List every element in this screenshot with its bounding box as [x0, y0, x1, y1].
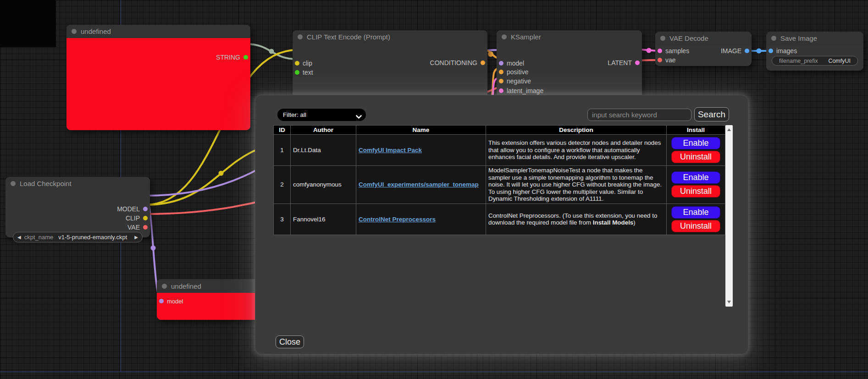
input-slot-text: text: [295, 68, 313, 77]
slot-dot[interactable]: [658, 49, 662, 53]
slot-dot[interactable]: [143, 216, 148, 220]
cell-name: ComfyUI_experiments/sampler_tonemap: [356, 166, 486, 204]
cell-install: Enable Uninstall: [667, 203, 725, 235]
filename-prefix-widget[interactable]: filename_prefix ComfyUI: [772, 56, 858, 66]
uninstall-button[interactable]: Uninstall: [671, 185, 720, 198]
uninstall-button[interactable]: Uninstall: [671, 220, 720, 232]
cell-author: Dr.Lt.Data: [291, 135, 356, 166]
slot-label: VAE: [127, 224, 140, 231]
slot-dot[interactable]: [481, 60, 485, 65]
scrollbar[interactable]: [725, 125, 733, 307]
search-input[interactable]: [587, 109, 691, 121]
extension-link[interactable]: ComfyUI_experiments/sampler_tonemap: [359, 181, 479, 188]
collapse-dot-icon[interactable]: [298, 34, 303, 39]
collapse-dot-icon[interactable]: [162, 284, 167, 289]
search-button[interactable]: Search: [694, 107, 729, 121]
widget-value: ComfyUI: [828, 58, 851, 64]
output-slot-conditioning: CONDITIONING: [430, 59, 485, 67]
link-dot: [219, 171, 224, 176]
slot-label: model: [167, 298, 183, 305]
slot-dot[interactable]: [159, 299, 164, 303]
header-install: Install: [667, 126, 725, 135]
comfyui-canvas[interactable]: undefined STRING CLIP Text Encode (Promp…: [0, 0, 868, 379]
slot-dot[interactable]: [295, 70, 299, 75]
extension-row: 3 Fannovel16 ControlNet Preprocessors Co…: [274, 203, 725, 235]
node-title: KSampler: [511, 33, 541, 41]
node-title: VAE Decode: [669, 34, 708, 42]
cell-id: 2: [274, 166, 291, 204]
ckpt-name-widget[interactable]: ◀ ckpt_name v1-5-pruned-emaonly.ckpt ▶: [13, 232, 143, 242]
slot-label: samples: [665, 47, 689, 55]
slot-dot[interactable]: [295, 61, 299, 66]
node-title-bar: CLIP Text Encode (Prompt): [293, 30, 487, 44]
extension-link[interactable]: ControlNet Preprocessors: [359, 216, 436, 223]
slot-dot[interactable]: [499, 70, 503, 74]
enable-button[interactable]: Enable: [671, 137, 720, 149]
cell-author: Fannovel16: [291, 203, 356, 235]
slot-dot[interactable]: [499, 88, 503, 93]
node-title-bar: VAE Decode: [655, 32, 752, 45]
input-slot-vae: vae: [658, 56, 676, 64]
uninstall-button[interactable]: Uninstall: [671, 151, 720, 163]
slot-dot[interactable]: [499, 79, 503, 83]
node-title-bar: Save Image: [766, 32, 863, 45]
slot-label: CLIP: [126, 214, 140, 222]
extension-row: 1 Dr.Lt.Data ComfyUI Impact Pack This ex…: [274, 135, 725, 166]
node-load-checkpoint[interactable]: Load Checkpoint MODEL CLIP VAE ◀ ckpt_na…: [6, 177, 150, 237]
node-vae-decode[interactable]: VAE Decode samples vae IMAGE: [655, 32, 752, 66]
filter-select[interactable]: Filter: all: [277, 109, 366, 121]
slot-label: negative: [507, 77, 531, 85]
link-dot: [757, 49, 762, 54]
node-title-bar: undefined: [157, 279, 267, 293]
slot-label: images: [776, 47, 797, 55]
collapse-dot-icon[interactable]: [72, 29, 77, 34]
filter-select-wrap: Filter: all: [277, 109, 366, 121]
collapse-dot-icon[interactable]: [502, 34, 507, 39]
error-node-body: model: [157, 293, 267, 320]
node-clip-text-encode[interactable]: CLIP Text Encode (Prompt) clip text COND…: [293, 30, 487, 104]
output-slot-image: IMAGE: [721, 47, 749, 55]
extension-link[interactable]: ComfyUI Impact Pack: [359, 147, 422, 154]
slot-dot[interactable]: [745, 49, 749, 53]
slot-dot[interactable]: [143, 225, 148, 230]
slot-dot[interactable]: [143, 207, 148, 211]
scroll-up-icon[interactable]: [727, 128, 731, 131]
slot-label: CONDITIONING: [430, 59, 477, 66]
error-node-body: STRING: [66, 38, 250, 130]
cell-id: 3: [274, 203, 291, 235]
node-ksampler[interactable]: KSampler model positive negative latent_…: [497, 30, 642, 99]
input-slot-latent-image: latent_image: [499, 87, 543, 95]
collapse-dot-icon[interactable]: [11, 181, 16, 186]
extension-table-wrap: ID Author Name Description Install 1 Dr.…: [273, 125, 733, 307]
link-dot: [151, 246, 156, 251]
collapse-dot-icon[interactable]: [660, 36, 665, 41]
node-undefined-top[interactable]: undefined STRING: [66, 25, 250, 130]
slot-label: model: [507, 60, 524, 67]
slot-dot[interactable]: [768, 49, 773, 53]
slot-dot[interactable]: [243, 55, 248, 60]
node-title: undefined: [171, 282, 201, 290]
close-button[interactable]: Close: [276, 335, 304, 348]
slot-dot[interactable]: [635, 60, 640, 65]
input-slot-images: images: [768, 47, 797, 55]
table-header-row: ID Author Name Description Install: [274, 126, 725, 135]
slot-label: latent_image: [507, 87, 543, 94]
input-slot-negative: negative: [499, 77, 531, 85]
collapse-dot-icon[interactable]: [771, 36, 776, 41]
slot-dot[interactable]: [499, 61, 503, 66]
node-title: undefined: [81, 27, 111, 35]
scroll-down-icon[interactable]: [727, 301, 731, 303]
next-arrow-icon[interactable]: ▶: [134, 235, 138, 240]
previous-arrow-icon[interactable]: ◀: [17, 235, 21, 240]
link-dot: [647, 48, 652, 53]
extension-row: 2 comfyanonymous ComfyUI_experiments/sam…: [274, 166, 725, 204]
node-title: Load Checkpoint: [20, 180, 72, 187]
node-title-bar: KSampler: [497, 30, 642, 44]
enable-button[interactable]: Enable: [671, 171, 720, 184]
slot-dot[interactable]: [658, 58, 662, 62]
enable-button[interactable]: Enable: [671, 206, 720, 219]
node-save-image[interactable]: Save Image images filename_prefix ComfyU…: [766, 32, 863, 71]
node-undefined-bottom[interactable]: undefined model: [157, 279, 267, 320]
slot-label: vae: [665, 56, 676, 64]
slot-label: positive: [507, 68, 528, 76]
